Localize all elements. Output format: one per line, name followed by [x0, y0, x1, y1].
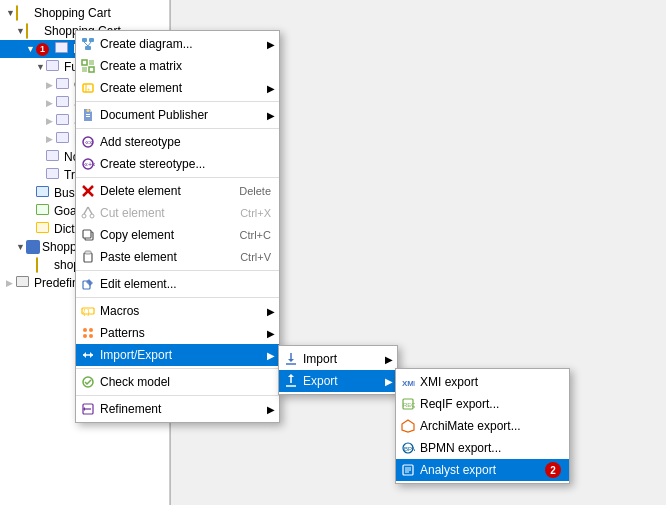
arrow-icon: ▶ [267, 306, 275, 317]
menu-item-import-export[interactable]: Import/Export ▶ [76, 344, 279, 366]
submenu-item-reqif-export[interactable]: REQ ReqIF export... [396, 393, 569, 415]
arrow-icon: ▶ [267, 110, 275, 121]
tree-arrow: ▼ [16, 26, 26, 36]
svg-marker-46 [288, 359, 294, 362]
dict-icon [36, 222, 52, 236]
svg-text:{ }: { } [83, 308, 90, 316]
badge-2: 2 [545, 462, 561, 478]
menu-label: Export [303, 374, 338, 388]
svg-rect-6 [89, 60, 94, 65]
biz-icon [36, 186, 52, 200]
svg-text:BPM: BPM [404, 446, 415, 452]
menu-item-edit-element[interactable]: Edit element... [76, 273, 279, 295]
arrow-icon: ▶ [385, 354, 393, 365]
archimate-icon [400, 418, 416, 434]
tree-arrow: ▶ [46, 134, 56, 144]
svg-point-37 [89, 334, 93, 338]
check-icon [80, 374, 96, 390]
req-icon [56, 132, 72, 146]
menu-label: ArchiMate export... [420, 419, 521, 433]
import-icon [283, 351, 299, 367]
menu-label: Delete element [100, 184, 181, 198]
submenu-item-archimate-export[interactable]: ArchiMate export... [396, 415, 569, 437]
menu-item-add-stereotype[interactable]: «» Add stereotype [76, 131, 279, 153]
element-icon: + [80, 80, 96, 96]
svg-marker-40 [83, 352, 86, 358]
svg-text:REQ: REQ [403, 402, 415, 408]
submenu-item-import[interactable]: Import ▶ [279, 348, 397, 370]
submenu-item-export[interactable]: Export ▶ [279, 370, 397, 392]
menu-label: Cut element [100, 206, 165, 220]
menu-label: Macros [100, 304, 139, 318]
submenu-item-xmi-export[interactable]: XMI XMI export [396, 371, 569, 393]
req-icon [46, 168, 62, 182]
menu-label: Add stereotype [100, 135, 181, 149]
menu-item-copy-element[interactable]: Copy element Ctrl+C [76, 224, 279, 246]
separator-2 [76, 128, 279, 129]
separator-5 [76, 297, 279, 298]
svg-line-3 [84, 42, 88, 46]
stereotype2-icon: «+» [80, 156, 96, 172]
arrow-icon: ▶ [267, 404, 275, 415]
separator-3 [76, 177, 279, 178]
diagram-icon [80, 36, 96, 52]
reqif-icon: REQ [400, 396, 416, 412]
menu-item-delete-element[interactable]: Delete element Delete [76, 180, 279, 202]
tree-arrow: ▶ [46, 116, 56, 126]
req-icon [56, 78, 72, 92]
export-icon [283, 373, 299, 389]
menu-item-doc-publisher[interactable]: Document Publisher ▶ [76, 104, 279, 126]
svg-point-35 [89, 328, 93, 332]
req-icon [56, 114, 72, 128]
svg-point-36 [83, 334, 87, 338]
menu-label: Create a matrix [100, 59, 182, 73]
svg-text:«»: «» [85, 139, 93, 146]
menu-item-check-model[interactable]: Check model [76, 371, 279, 393]
menu-item-refinement[interactable]: Refinement ▶ [76, 398, 279, 420]
menu-item-create-stereotype[interactable]: «+» Create stereotype... [76, 153, 279, 175]
separator-6 [76, 368, 279, 369]
submenu-item-analyst-export[interactable]: Analyst export 2 [396, 459, 569, 481]
tree-item-shopping-cart-root[interactable]: ▼ Shopping Cart [0, 4, 169, 22]
folder-icon [36, 258, 52, 272]
refinement-icon [80, 401, 96, 417]
folder-icon [16, 6, 32, 20]
svg-rect-30 [85, 251, 91, 254]
svg-line-25 [84, 207, 88, 214]
menu-label: Patterns [100, 326, 145, 340]
menu-label: Analyst export [420, 463, 541, 477]
menu-item-cut-element[interactable]: Cut element Ctrl+X [76, 202, 279, 224]
arrow-icon: ▶ [385, 376, 393, 387]
svg-line-4 [88, 42, 91, 46]
menu-item-macros[interactable]: { } Macros ▶ [76, 300, 279, 322]
svg-point-23 [82, 214, 86, 218]
shortcut-cut: Ctrl+X [220, 207, 271, 219]
menu-label: Create stereotype... [100, 157, 205, 171]
menu-item-create-matrix[interactable]: Create a matrix [76, 55, 279, 77]
delete-icon [80, 183, 96, 199]
menu-label: Create element [100, 81, 182, 95]
menu-label: BPMN export... [420, 441, 501, 455]
req-icon [56, 96, 72, 110]
menu-item-patterns[interactable]: Patterns ▶ [76, 322, 279, 344]
arrow-icon: ▶ [267, 83, 275, 94]
submenu-item-bpmn-export[interactable]: BPM BPMN export... [396, 437, 569, 459]
svg-text:XMI: XMI [402, 379, 415, 388]
submenu-impexp: Import ▶ Export ▶ [278, 345, 398, 395]
svg-marker-39 [90, 352, 93, 358]
menu-item-create-diagram[interactable]: Create diagram... ▶ [76, 33, 279, 55]
separator-1 [76, 101, 279, 102]
goals-icon [36, 204, 52, 218]
bpmn-icon: BPM [400, 440, 416, 456]
req-icon [46, 150, 62, 164]
menu-item-paste-element[interactable]: Paste element Ctrl+V [76, 246, 279, 268]
edit-icon [80, 276, 96, 292]
tree-arrow: ▼ [6, 8, 16, 18]
context-menu: Create diagram... ▶ Create a matrix + Cr… [75, 30, 280, 423]
folder-icon [26, 24, 42, 38]
separator-4 [76, 270, 279, 271]
shortcut-copy: Ctrl+C [220, 229, 271, 241]
svg-text:+: + [87, 86, 91, 92]
menu-item-create-element[interactable]: + Create element ▶ [76, 77, 279, 99]
menu-label: Copy element [100, 228, 174, 242]
